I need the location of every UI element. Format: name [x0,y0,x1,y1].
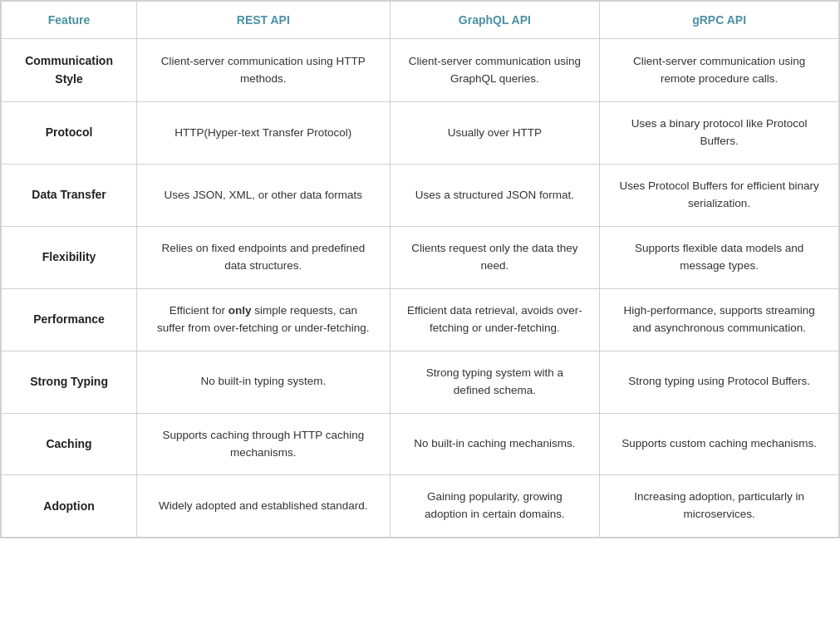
graphql-cell: Usually over HTTP [390,102,600,165]
grpc-cell: Increasing adoption, particularly in mic… [600,475,839,538]
grpc-cell: Uses a binary protocol like Protocol Buf… [600,102,839,165]
feature-label: Strong Typing [2,351,137,413]
table-row: Data Transfer Uses JSON, XML, or other d… [2,165,839,227]
grpc-cell: Client-server communication using remote… [600,39,839,102]
rest-cell: Client-server communication using HTTP m… [137,39,390,102]
rest-cell: Relies on fixed endpoints and predefined… [137,227,390,289]
table-row: Performance Efficient for only simple re… [2,288,839,351]
feature-label: Caching [2,413,137,475]
grpc-cell: Uses Protocol Buffers for efficient bina… [600,165,839,227]
table-row: Protocol HTTP(Hyper-text Transfer Protoc… [2,102,839,165]
grpc-cell: Supports custom caching mechanisms. [600,413,839,475]
col-header-graphql: GraphQL API [390,2,600,39]
table-row: Caching Supports caching through HTTP ca… [2,413,839,475]
comparison-table: Feature REST API GraphQL API gRPC API Co… [1,1,839,538]
col-header-feature: Feature [2,2,137,39]
rest-cell: Widely adopted and established standard. [137,475,390,538]
grpc-cell: Strong typing using Protocol Buffers. [600,351,839,413]
rest-cell: HTTP(Hyper-text Transfer Protocol) [137,102,390,165]
col-header-rest: REST API [137,2,390,39]
comparison-table-wrapper: Feature REST API GraphQL API gRPC API Co… [0,0,840,538]
graphql-cell: Client-server communication using GraphQ… [390,39,600,102]
feature-label: Protocol [2,102,137,165]
graphql-cell: Gaining popularity, growing adoption in … [390,475,600,538]
rest-performance-prefix: Efficient for [169,304,228,317]
graphql-cell: No built-in caching mechanisms. [390,413,600,475]
table-row: Flexibility Relies on fixed endpoints an… [2,227,839,289]
rest-performance-bold: only [228,304,252,317]
graphql-cell: Efficient data retrieval, avoids over-fe… [390,288,600,351]
table-header-row: Feature REST API GraphQL API gRPC API [2,2,839,39]
table-row: Communication Style Client-server commun… [2,39,839,102]
feature-label: Flexibility [2,227,137,289]
feature-label: Adoption [2,475,137,538]
rest-cell: Efficient for only simple requests, can … [137,288,390,351]
graphql-cell: Uses a structured JSON format. [390,165,600,227]
col-header-grpc: gRPC API [600,2,839,39]
feature-label: Communication Style [2,39,137,102]
rest-cell: Supports caching through HTTP caching me… [137,413,390,475]
rest-cell: Uses JSON, XML, or other data formats [137,165,390,227]
table-row: Strong Typing No built-in typing system.… [2,351,839,413]
graphql-cell: Strong typing system with a defined sche… [390,351,600,413]
grpc-cell: High-performance, supports streaming and… [600,288,839,351]
graphql-cell: Clients request only the data they need. [390,227,600,289]
feature-label: Data Transfer [2,165,137,227]
table-row: Adoption Widely adopted and established … [2,475,839,538]
grpc-cell: Supports flexible data models and messag… [600,227,839,289]
feature-label: Performance [2,288,137,351]
rest-cell: No built-in typing system. [137,351,390,413]
